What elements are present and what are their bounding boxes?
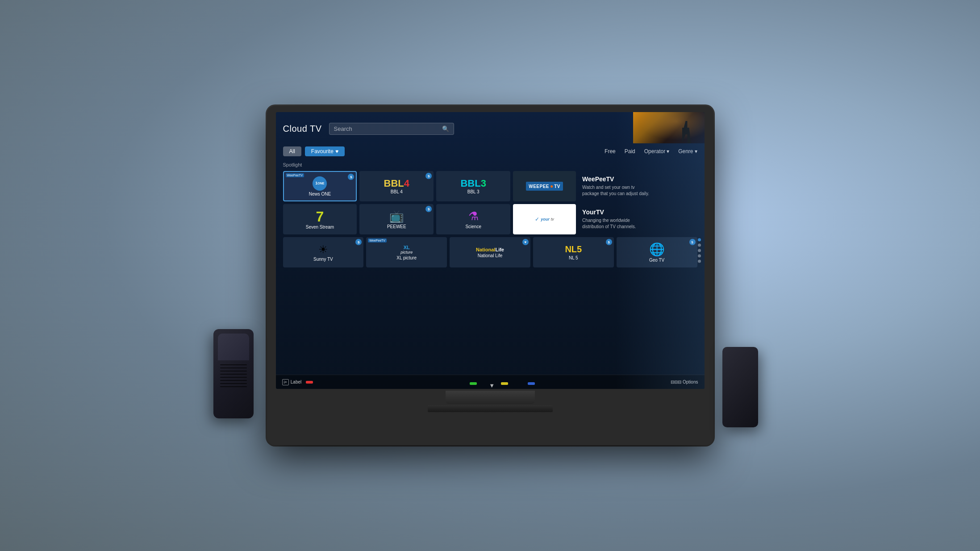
main-content: Spotlight WeePeeTV 1ONE News ONE $ BBL4 … <box>276 159 705 375</box>
label-icon: i+ <box>282 379 289 385</box>
info-panel-yourtv: YourTV Changing the worldwidedistributio… <box>579 204 697 234</box>
peewee-logo: 📺 <box>389 209 404 223</box>
bottom-bar: i+ Label ▼ ⊟⊟⊟ Options <box>276 375 705 389</box>
filter-operator[interactable]: Operator ▾ <box>644 148 669 154</box>
peewee-name: PEEWEE <box>387 224 406 229</box>
yourtv-logo: ✓ yourtv <box>531 214 558 224</box>
channel-xl-picture[interactable]: WeePeeTV XL picture XL picture <box>366 237 447 267</box>
filter-genre[interactable]: Genre ▾ <box>678 148 697 154</box>
channel-bbl3[interactable]: BBL3 BBL 3 <box>436 171 510 201</box>
filter-right-options: Free Paid Operator ▾ Genre ▾ <box>605 148 697 154</box>
filter-free[interactable]: Free <box>605 148 616 154</box>
yourtv-info-title: YourTV <box>582 209 693 216</box>
tv-stand <box>446 391 535 404</box>
channel-national-life[interactable]: NationalLife National Life ♥ <box>450 237 530 267</box>
filter-all[interactable]: All <box>283 146 301 156</box>
scroll-dot-2 <box>698 244 701 247</box>
bbl3-name: BBL 3 <box>467 189 480 194</box>
spotlight-label: Spotlight <box>283 162 697 167</box>
paid-badge: $ <box>606 239 612 245</box>
heart-icon: ♥ <box>335 148 338 154</box>
green-button[interactable] <box>470 382 477 385</box>
scroll-dot-5 <box>698 260 701 263</box>
scroll-dots <box>698 238 701 263</box>
weepee-badge: WeePeeTV <box>286 173 304 177</box>
channel-science[interactable]: ⚗ Science <box>436 204 510 234</box>
news-one-name: News ONE <box>309 192 331 196</box>
search-input[interactable]: Search <box>334 125 439 132</box>
filter-favourite[interactable]: Favourite ♥ <box>305 146 345 156</box>
yellow-button[interactable] <box>501 382 508 385</box>
paid-badge: $ <box>425 173 432 179</box>
channel-geo-tv[interactable]: 🌐 Geo TV $ <box>617 237 697 267</box>
weepee-info-title: WeePeeTV <box>582 175 693 183</box>
label-button[interactable]: i+ Label <box>282 379 302 385</box>
science-logo: ⚗ <box>468 209 479 223</box>
paid-badge: $ <box>689 239 696 245</box>
paid-badge: $ <box>425 206 432 212</box>
chevron-down-icon: ▾ <box>695 148 697 154</box>
label-text: Label <box>291 380 301 384</box>
xl-picture-name: XL picture <box>396 255 417 260</box>
sunny-logo: ☀ <box>318 243 328 256</box>
tv-frame: Cloud TV Search 🔍 All Favourite ♥ Free <box>267 106 713 445</box>
tv-stand-base <box>428 405 553 412</box>
channel-weepee[interactable]: WEEPEE ● TV <box>513 171 576 201</box>
speaker-left <box>213 329 254 418</box>
channel-yourtv[interactable]: ✓ yourtv <box>513 204 576 234</box>
right-device <box>722 347 758 427</box>
scroll-dot-1 <box>698 238 701 242</box>
geo-tv-name: Geo TV <box>649 258 664 263</box>
nl5-logo: NL5 <box>565 244 582 255</box>
scroll-dot-3 <box>698 249 701 252</box>
news-one-logo: 1ONE <box>313 176 327 191</box>
chevron-down-icon: ▾ <box>667 148 669 154</box>
paid-badge: $ <box>348 174 354 180</box>
info-panel-weepee: WeePeeTV Watch and set your own tvpackag… <box>579 171 697 201</box>
channel-bbl4[interactable]: BBL4 BBL 4 $ <box>359 171 434 201</box>
channel-seven-stream[interactable]: 7 Seven Stream <box>283 204 357 234</box>
weepee-info-desc: Watch and set your own tvpackage that yo… <box>582 184 693 197</box>
national-life-logo: NationalLife <box>476 247 504 252</box>
fav-badge: ♥ <box>522 239 529 245</box>
seven-stream-name: Seven Stream <box>306 225 334 230</box>
filter-bar: All Favourite ♥ Free Paid Operator ▾ Gen… <box>276 143 705 159</box>
row2-with-info: 7 Seven Stream 📺 PEEWEE $ ⚗ Science <box>283 204 697 234</box>
channel-nl5[interactable]: NL5 NL 5 $ <box>533 237 614 267</box>
xl-picture-logo: XL picture <box>400 245 413 255</box>
blue-button[interactable] <box>528 382 535 385</box>
bbl4-name: BBL 4 <box>391 189 403 194</box>
nl5-name: NL 5 <box>569 255 578 260</box>
science-name: Science <box>465 224 481 229</box>
yourtv-info-desc: Changing the worldwidedistribution of TV… <box>582 217 693 230</box>
filter-paid[interactable]: Paid <box>625 148 635 154</box>
paid-badge: $ <box>355 239 362 245</box>
screen-ui: Cloud TV Search 🔍 All Favourite ♥ Free <box>276 112 705 389</box>
header: Cloud TV Search 🔍 <box>276 112 705 143</box>
options-button[interactable]: ⊟⊟⊟ Options <box>671 380 698 384</box>
channel-peewee[interactable]: 📺 PEEWEE $ <box>359 204 434 234</box>
scroll-dot-4 <box>698 255 701 258</box>
seven-logo: 7 <box>316 209 324 224</box>
row1-with-info: WeePeeTV 1ONE News ONE $ BBL4 BBL 4 $ BB… <box>283 171 697 201</box>
silhouette-image <box>682 121 691 143</box>
search-bar[interactable]: Search 🔍 <box>329 123 454 135</box>
channel-news-one[interactable]: WeePeeTV 1ONE News ONE $ <box>283 171 357 201</box>
national-life-name: National Life <box>478 253 503 258</box>
red-button[interactable] <box>306 381 313 384</box>
bbl3-logo: BBL3 <box>460 179 486 188</box>
options-icon: ⊟⊟⊟ <box>671 380 681 384</box>
weepee-logo: WEEPEE ● TV <box>526 182 563 191</box>
channel-sunny-tv[interactable]: ☀ Sunny TV $ <box>283 237 364 267</box>
geo-logo: 🌐 <box>649 242 665 257</box>
search-icon[interactable]: 🔍 <box>442 125 449 132</box>
row3: ☀ Sunny TV $ WeePeeTV XL picture XL pict… <box>283 237 697 267</box>
down-arrow-icon: ▼ <box>489 382 495 389</box>
weepee-badge: WeePeeTV <box>368 238 387 242</box>
bbl4-logo: BBL4 <box>384 179 409 188</box>
sunny-tv-name: Sunny TV <box>313 257 333 262</box>
app-title: Cloud TV <box>283 124 322 134</box>
tv-screen: Cloud TV Search 🔍 All Favourite ♥ Free <box>276 112 705 389</box>
header-thumbnail <box>633 112 705 143</box>
